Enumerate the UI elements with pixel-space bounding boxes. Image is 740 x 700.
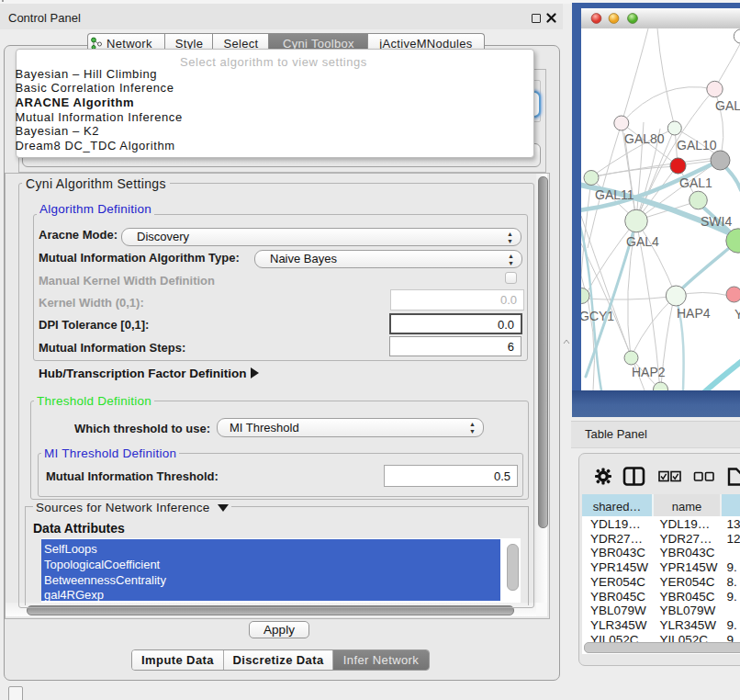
svg-text:GCY1: GCY1 (581, 309, 614, 323)
svg-text:GAL: GAL (715, 98, 740, 113)
svg-text:GAL1: GAL1 (679, 175, 712, 190)
svg-text:HAP2: HAP2 (632, 365, 666, 379)
svg-text:SWI4: SWI4 (701, 214, 732, 229)
svg-text:GAL80: GAL80 (624, 131, 665, 146)
svg-text:HAP4: HAP4 (677, 306, 711, 321)
svg-text:GAL4: GAL4 (626, 234, 659, 249)
svg-text:GAL10: GAL10 (677, 138, 717, 152)
svg-text:GAL11: GAL11 (595, 187, 634, 202)
svg-text:Y: Y (734, 307, 740, 322)
